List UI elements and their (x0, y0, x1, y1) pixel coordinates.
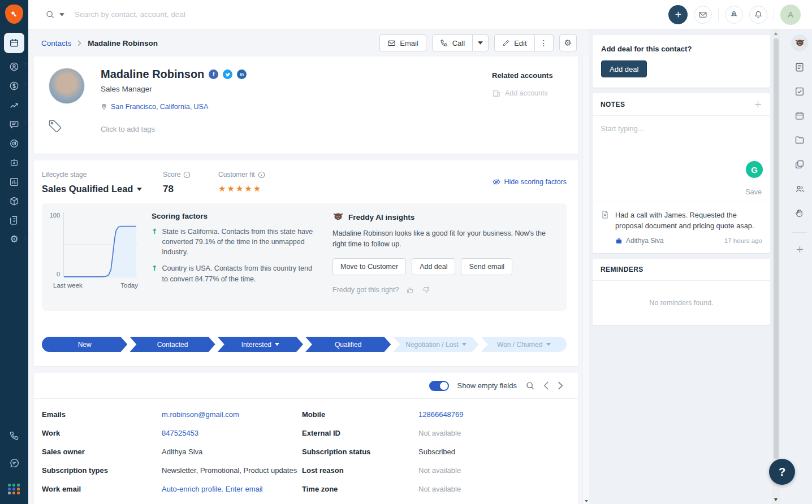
sidebar-item-dashboards[interactable] (4, 172, 24, 191)
contact-avatar[interactable] (49, 68, 85, 104)
field-value-emails[interactable]: m.robinson@gmail.com (162, 410, 302, 419)
main-scrollbar[interactable] (582, 57, 589, 504)
calendar-icon (9, 38, 19, 48)
settings-more-icon[interactable]: ⋮ (23, 236, 28, 241)
sidebar-item-deals[interactable]: ⋮ (4, 76, 24, 95)
linkedin-icon[interactable]: in (237, 69, 247, 79)
score-label: Score (163, 171, 180, 179)
stage-qualified[interactable]: Qualified (305, 337, 391, 352)
lifecycle-stage-dropdown[interactable]: Sales Qualified Lead (42, 184, 163, 194)
email-button[interactable]: Email (379, 34, 426, 51)
global-search (45, 10, 312, 19)
user-avatar[interactable]: A (780, 5, 801, 25)
scroll-up-arrow-icon[interactable] (774, 32, 778, 35)
notes-title: NOTES (601, 101, 625, 108)
sidebar-item-contacts[interactable]: ⋮ (4, 57, 24, 76)
send-email-button[interactable]: Send email (461, 258, 512, 275)
score-value: 78 (163, 184, 218, 195)
strip-item-files[interactable] (791, 132, 808, 149)
note-editor-placeholder: Start typing... (601, 124, 644, 133)
sidebar-item-apps-switcher[interactable] (4, 480, 24, 498)
scrollbar-thumb[interactable] (774, 38, 779, 459)
twitter-icon[interactable] (223, 69, 232, 79)
edit-button[interactable]: Edit (494, 34, 534, 51)
email-inbox-button[interactable] (694, 6, 712, 24)
add-deal-button[interactable]: Add deal (601, 60, 647, 77)
breadcrumb-contacts-link[interactable]: Contacts (41, 39, 71, 47)
grammarly-icon[interactable]: G (746, 161, 763, 178)
sidebar-item-phone[interactable] (4, 427, 24, 445)
sidebar-item-campaigns[interactable] (4, 134, 24, 153)
strip-item-add-widget[interactable] (791, 241, 808, 258)
hide-scoring-factors-link[interactable]: Hide scoring factors (492, 177, 567, 186)
add-tags-field[interactable]: Click to add tags (101, 125, 247, 133)
strip-item-duplicates[interactable] (791, 156, 808, 173)
strip-item-tasks[interactable] (791, 83, 808, 100)
whats-new-button[interactable] (725, 6, 743, 24)
sidebar-item-chat-support[interactable] (4, 454, 24, 472)
sidebar-item-documents[interactable] (4, 211, 24, 229)
quick-add-button[interactable] (668, 5, 688, 24)
strip-item-appointments[interactable] (791, 107, 808, 124)
sidebar-item-products[interactable] (4, 192, 24, 210)
facebook-icon[interactable]: f (209, 69, 218, 79)
contacts-more-icon[interactable]: ⋮ (23, 63, 28, 68)
chevron-left-icon[interactable] (543, 381, 549, 390)
dollar-icon (9, 81, 19, 91)
chevron-right-icon[interactable] (558, 381, 563, 390)
freddy-add-deal-button[interactable]: Add deal (412, 258, 455, 275)
layout-settings-button[interactable]: ⚙ (559, 34, 577, 51)
field-value-mobile[interactable]: 12866648769 (418, 410, 567, 419)
sidebar-item-settings[interactable]: ⚙ ⋮ (4, 230, 24, 249)
stage-contacted[interactable]: Contacted (129, 337, 215, 352)
note-list-item[interactable]: Had a call with James. Requested the pro… (593, 202, 770, 253)
note-editor[interactable]: Start typing... G Save (593, 116, 770, 202)
kebab-menu-icon: ⋮ (540, 39, 548, 47)
sidebar-item-conversations[interactable]: ⋮ (4, 115, 24, 133)
freshworks-logo[interactable] (5, 5, 23, 24)
right-panel-scrollbar[interactable] (772, 29, 780, 504)
add-note-icon[interactable] (754, 100, 762, 108)
topbar-actions: A (668, 5, 801, 25)
stage-interested[interactable]: Interested (218, 337, 303, 352)
sidebar-item-calendar[interactable] (4, 33, 24, 53)
info-icon[interactable] (183, 171, 191, 179)
help-button[interactable]: ? (769, 459, 795, 485)
search-icon[interactable] (45, 10, 55, 19)
sidebar-item-automation[interactable] (4, 153, 24, 172)
more-actions-button[interactable]: ⋮ (534, 34, 554, 51)
tag-icon[interactable] (47, 119, 62, 133)
strip-item-participants[interactable] (791, 180, 808, 197)
sidebar-item-reports[interactable] (4, 95, 24, 114)
show-empty-fields-toggle[interactable] (429, 381, 449, 391)
search-scope-caret-icon[interactable] (59, 13, 64, 16)
stage-negotiation-lost[interactable]: Negotiation / Lost (393, 337, 478, 352)
conversations-more-icon[interactable]: ⋮ (23, 120, 28, 125)
info-icon[interactable] (258, 171, 265, 179)
lifecycle-stage-label: Lifecycle stage (42, 171, 163, 179)
strip-item-notes[interactable] (791, 59, 808, 76)
stage-new[interactable]: New (42, 337, 127, 352)
contact-location[interactable]: San Francisco, California, USA (101, 103, 247, 111)
notifications-button[interactable] (749, 6, 767, 24)
strip-item-freddy[interactable] (791, 34, 808, 51)
field-value-work-email[interactable]: Auto-enrich profile. Enter email (162, 485, 302, 493)
search-fields-icon[interactable] (525, 381, 535, 390)
field-label: Work (42, 429, 162, 437)
add-accounts-link[interactable]: Add accounts (492, 89, 565, 98)
deals-more-icon[interactable]: ⋮ (23, 82, 28, 87)
thumbs-down-icon[interactable] (422, 286, 430, 294)
call-dropdown-button[interactable] (472, 34, 489, 51)
strip-item-engagement[interactable] (791, 205, 808, 221)
thumbs-up-icon[interactable] (406, 286, 414, 294)
scroll-down-arrow-icon[interactable] (774, 498, 778, 501)
stage-won-churned[interactable]: Won / Churned (481, 337, 567, 352)
move-to-customer-button[interactable]: Move to Customer (332, 258, 406, 275)
search-input[interactable] (75, 10, 312, 19)
scroll-down-arrow-icon[interactable] (585, 500, 588, 502)
cube-icon (9, 196, 19, 206)
field-value-work-phone[interactable]: 847525453 (162, 429, 302, 437)
save-note-button[interactable]: Save (746, 188, 762, 196)
scoring-factor-item: ↑ Country is USA. Contacts from this cou… (152, 263, 317, 284)
call-button[interactable]: Call (432, 34, 473, 51)
